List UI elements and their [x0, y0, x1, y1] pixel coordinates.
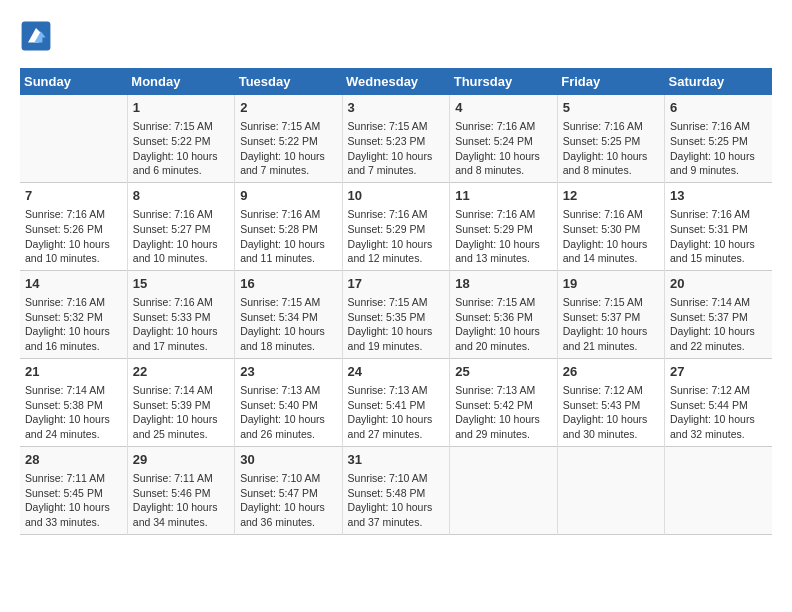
calendar-cell: 16Sunrise: 7:15 AM Sunset: 5:34 PM Dayli… [235, 270, 342, 358]
day-number: 31 [348, 451, 445, 469]
cell-content: Sunrise: 7:15 AM Sunset: 5:23 PM Dayligh… [348, 119, 445, 178]
cell-content: Sunrise: 7:14 AM Sunset: 5:38 PM Dayligh… [25, 383, 122, 442]
day-number: 12 [563, 187, 659, 205]
col-header-thursday: Thursday [450, 68, 557, 95]
col-header-wednesday: Wednesday [342, 68, 450, 95]
day-number: 19 [563, 275, 659, 293]
cell-content: Sunrise: 7:16 AM Sunset: 5:29 PM Dayligh… [455, 207, 551, 266]
day-number: 11 [455, 187, 551, 205]
calendar-cell: 22Sunrise: 7:14 AM Sunset: 5:39 PM Dayli… [127, 358, 234, 446]
col-header-friday: Friday [557, 68, 664, 95]
day-number: 17 [348, 275, 445, 293]
day-number: 22 [133, 363, 229, 381]
calendar-cell: 24Sunrise: 7:13 AM Sunset: 5:41 PM Dayli… [342, 358, 450, 446]
day-number: 14 [25, 275, 122, 293]
calendar-cell: 20Sunrise: 7:14 AM Sunset: 5:37 PM Dayli… [665, 270, 773, 358]
calendar-cell: 14Sunrise: 7:16 AM Sunset: 5:32 PM Dayli… [20, 270, 127, 358]
day-number: 21 [25, 363, 122, 381]
calendar-cell: 15Sunrise: 7:16 AM Sunset: 5:33 PM Dayli… [127, 270, 234, 358]
cell-content: Sunrise: 7:16 AM Sunset: 5:24 PM Dayligh… [455, 119, 551, 178]
calendar-cell: 18Sunrise: 7:15 AM Sunset: 5:36 PM Dayli… [450, 270, 557, 358]
calendar-cell: 7Sunrise: 7:16 AM Sunset: 5:26 PM Daylig… [20, 182, 127, 270]
calendar-cell: 4Sunrise: 7:16 AM Sunset: 5:24 PM Daylig… [450, 95, 557, 182]
day-number: 28 [25, 451, 122, 469]
calendar-cell: 13Sunrise: 7:16 AM Sunset: 5:31 PM Dayli… [665, 182, 773, 270]
cell-content: Sunrise: 7:16 AM Sunset: 5:26 PM Dayligh… [25, 207, 122, 266]
day-number: 30 [240, 451, 336, 469]
calendar-table: SundayMondayTuesdayWednesdayThursdayFrid… [20, 68, 772, 535]
week-row-2: 7Sunrise: 7:16 AM Sunset: 5:26 PM Daylig… [20, 182, 772, 270]
calendar-cell: 1Sunrise: 7:15 AM Sunset: 5:22 PM Daylig… [127, 95, 234, 182]
day-number: 3 [348, 99, 445, 117]
calendar-cell: 17Sunrise: 7:15 AM Sunset: 5:35 PM Dayli… [342, 270, 450, 358]
calendar-cell: 27Sunrise: 7:12 AM Sunset: 5:44 PM Dayli… [665, 358, 773, 446]
day-number: 9 [240, 187, 336, 205]
cell-content: Sunrise: 7:13 AM Sunset: 5:40 PM Dayligh… [240, 383, 336, 442]
header-row: SundayMondayTuesdayWednesdayThursdayFrid… [20, 68, 772, 95]
calendar-cell: 29Sunrise: 7:11 AM Sunset: 5:46 PM Dayli… [127, 446, 234, 534]
cell-content: Sunrise: 7:11 AM Sunset: 5:45 PM Dayligh… [25, 471, 122, 530]
calendar-cell: 10Sunrise: 7:16 AM Sunset: 5:29 PM Dayli… [342, 182, 450, 270]
cell-content: Sunrise: 7:16 AM Sunset: 5:30 PM Dayligh… [563, 207, 659, 266]
cell-content: Sunrise: 7:10 AM Sunset: 5:48 PM Dayligh… [348, 471, 445, 530]
cell-content: Sunrise: 7:16 AM Sunset: 5:28 PM Dayligh… [240, 207, 336, 266]
day-number: 7 [25, 187, 122, 205]
calendar-cell: 8Sunrise: 7:16 AM Sunset: 5:27 PM Daylig… [127, 182, 234, 270]
calendar-cell: 30Sunrise: 7:10 AM Sunset: 5:47 PM Dayli… [235, 446, 342, 534]
cell-content: Sunrise: 7:16 AM Sunset: 5:33 PM Dayligh… [133, 295, 229, 354]
day-number: 4 [455, 99, 551, 117]
calendar-cell: 31Sunrise: 7:10 AM Sunset: 5:48 PM Dayli… [342, 446, 450, 534]
cell-content: Sunrise: 7:16 AM Sunset: 5:32 PM Dayligh… [25, 295, 122, 354]
calendar-cell: 2Sunrise: 7:15 AM Sunset: 5:22 PM Daylig… [235, 95, 342, 182]
day-number: 10 [348, 187, 445, 205]
cell-content: Sunrise: 7:16 AM Sunset: 5:25 PM Dayligh… [563, 119, 659, 178]
cell-content: Sunrise: 7:12 AM Sunset: 5:44 PM Dayligh… [670, 383, 767, 442]
cell-content: Sunrise: 7:15 AM Sunset: 5:35 PM Dayligh… [348, 295, 445, 354]
col-header-monday: Monday [127, 68, 234, 95]
day-number: 29 [133, 451, 229, 469]
week-row-4: 21Sunrise: 7:14 AM Sunset: 5:38 PM Dayli… [20, 358, 772, 446]
calendar-cell: 6Sunrise: 7:16 AM Sunset: 5:25 PM Daylig… [665, 95, 773, 182]
calendar-cell [665, 446, 773, 534]
cell-content: Sunrise: 7:14 AM Sunset: 5:37 PM Dayligh… [670, 295, 767, 354]
cell-content: Sunrise: 7:15 AM Sunset: 5:36 PM Dayligh… [455, 295, 551, 354]
day-number: 23 [240, 363, 336, 381]
cell-content: Sunrise: 7:16 AM Sunset: 5:29 PM Dayligh… [348, 207, 445, 266]
page-header [20, 20, 772, 52]
week-row-5: 28Sunrise: 7:11 AM Sunset: 5:45 PM Dayli… [20, 446, 772, 534]
col-header-saturday: Saturday [665, 68, 773, 95]
calendar-cell [20, 95, 127, 182]
day-number: 5 [563, 99, 659, 117]
calendar-cell [557, 446, 664, 534]
day-number: 20 [670, 275, 767, 293]
calendar-cell: 25Sunrise: 7:13 AM Sunset: 5:42 PM Dayli… [450, 358, 557, 446]
day-number: 13 [670, 187, 767, 205]
day-number: 1 [133, 99, 229, 117]
calendar-cell: 21Sunrise: 7:14 AM Sunset: 5:38 PM Dayli… [20, 358, 127, 446]
calendar-cell: 5Sunrise: 7:16 AM Sunset: 5:25 PM Daylig… [557, 95, 664, 182]
week-row-1: 1Sunrise: 7:15 AM Sunset: 5:22 PM Daylig… [20, 95, 772, 182]
calendar-cell: 28Sunrise: 7:11 AM Sunset: 5:45 PM Dayli… [20, 446, 127, 534]
calendar-cell: 23Sunrise: 7:13 AM Sunset: 5:40 PM Dayli… [235, 358, 342, 446]
day-number: 18 [455, 275, 551, 293]
day-number: 8 [133, 187, 229, 205]
day-number: 25 [455, 363, 551, 381]
cell-content: Sunrise: 7:15 AM Sunset: 5:22 PM Dayligh… [133, 119, 229, 178]
day-number: 27 [670, 363, 767, 381]
calendar-cell: 11Sunrise: 7:16 AM Sunset: 5:29 PM Dayli… [450, 182, 557, 270]
cell-content: Sunrise: 7:13 AM Sunset: 5:42 PM Dayligh… [455, 383, 551, 442]
day-number: 15 [133, 275, 229, 293]
logo-icon [20, 20, 52, 52]
calendar-cell: 26Sunrise: 7:12 AM Sunset: 5:43 PM Dayli… [557, 358, 664, 446]
cell-content: Sunrise: 7:15 AM Sunset: 5:37 PM Dayligh… [563, 295, 659, 354]
cell-content: Sunrise: 7:13 AM Sunset: 5:41 PM Dayligh… [348, 383, 445, 442]
day-number: 26 [563, 363, 659, 381]
logo [20, 20, 56, 52]
col-header-tuesday: Tuesday [235, 68, 342, 95]
col-header-sunday: Sunday [20, 68, 127, 95]
day-number: 16 [240, 275, 336, 293]
cell-content: Sunrise: 7:11 AM Sunset: 5:46 PM Dayligh… [133, 471, 229, 530]
day-number: 6 [670, 99, 767, 117]
cell-content: Sunrise: 7:16 AM Sunset: 5:25 PM Dayligh… [670, 119, 767, 178]
calendar-cell: 3Sunrise: 7:15 AM Sunset: 5:23 PM Daylig… [342, 95, 450, 182]
